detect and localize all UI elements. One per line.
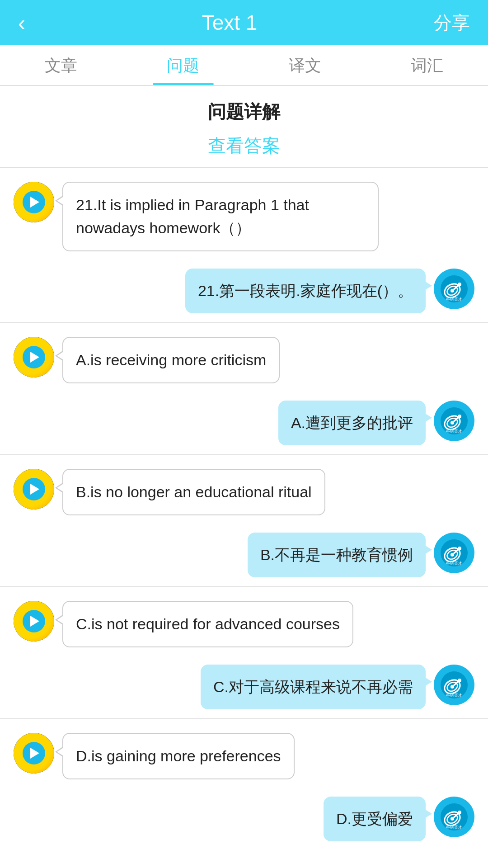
chat-section-bot: A.is receiving more criticism: [0, 323, 488, 396]
user-avatar: 答研英才: [434, 401, 474, 441]
header: ‹ Text 1 分享: [0, 0, 488, 45]
chat-pair-q21: 21.It is implied in Paragraph 1 that now…: [0, 168, 488, 318]
tab-cihui[interactable]: 词汇: [366, 55, 488, 85]
bot-avatar: [14, 601, 54, 642]
svg-text:答研英才: 答研英才: [446, 297, 462, 302]
back-button[interactable]: ‹: [18, 10, 25, 35]
user-bubble: B.不再是一种教育惯例: [248, 533, 426, 577]
svg-point-33: [458, 811, 461, 814]
svg-point-12: [458, 415, 461, 418]
chat-section-user: 答研英才 B.不再是一种教育惯例: [0, 528, 488, 582]
tab-wenti[interactable]: 问题: [122, 55, 244, 85]
bot-avatar: [14, 469, 54, 509]
user-message-row: 答研英才 A.遭到更多的批评: [14, 401, 474, 445]
user-message-row: 答研英才 C.对于高级课程来说不再必需: [14, 665, 474, 709]
user-message-row: 答研英才 21.第一段表明.家庭作现在(）。: [14, 269, 474, 313]
share-button[interactable]: 分享: [434, 10, 470, 35]
chat-section-user: 答研英才 A.遭到更多的批评: [0, 396, 488, 450]
user-bubble: 21.第一段表明.家庭作现在(）。: [185, 269, 426, 313]
user-avatar: 答研英才: [434, 533, 474, 573]
chat-section-bot: D.is gaining more preferences: [0, 719, 488, 792]
chat-pair-optB: B.is no longer an educational ritual 答研英…: [0, 455, 488, 582]
user-bubble: D.更受偏爱: [324, 797, 426, 841]
chat-pair-optD: D.is gaining more preferences 答研英才 D.更受偏…: [0, 719, 488, 846]
bot-avatar: [14, 733, 54, 774]
user-bubble: A.遭到更多的批评: [278, 401, 426, 445]
user-avatar: 答研英才: [434, 665, 474, 705]
bot-avatar: [14, 337, 54, 377]
chat-section-bot: 21.It is implied in Paragraph 1 that now…: [0, 168, 488, 264]
user-avatar: 答研英才: [434, 797, 474, 837]
page-title: Text 1: [202, 10, 258, 35]
bot-message-row: C.is not required for advanced courses: [14, 601, 474, 647]
section-title: 问题详解: [0, 86, 488, 129]
svg-text:答研英才: 答研英才: [446, 693, 462, 698]
bot-message-row: D.is gaining more preferences: [14, 733, 474, 779]
bot-message-row: 21.It is implied in Paragraph 1 that now…: [14, 182, 474, 251]
chat-section-user: 答研英才 C.对于高级课程来说不再必需: [0, 660, 488, 714]
view-answer-button[interactable]: 查看答案: [0, 129, 488, 167]
tab-bar: 文章 问题 译文 词汇: [0, 45, 488, 86]
user-message-row: 答研英才 D.更受偏爱: [14, 797, 474, 841]
tab-yiwen[interactable]: 译文: [244, 55, 366, 85]
chat-section-user: 答研英才 21.第一段表明.家庭作现在(）。: [0, 264, 488, 318]
tab-wenzhang[interactable]: 文章: [0, 55, 122, 85]
bot-avatar: [14, 182, 54, 222]
user-avatar: 答研英才: [434, 269, 474, 309]
chat-section-user: 答研英才 D.更受偏爱: [0, 792, 488, 846]
bot-bubble: A.is receiving more criticism: [62, 337, 280, 383]
bot-bubble: 21.It is implied in Paragraph 1 that now…: [62, 182, 379, 251]
svg-point-19: [458, 547, 461, 550]
bot-bubble: B.is no longer an educational ritual: [62, 469, 325, 515]
user-message-row: 答研英才 B.不再是一种教育惯例: [14, 533, 474, 577]
chat-container: 21.It is implied in Paragraph 1 that now…: [0, 168, 488, 846]
svg-point-26: [458, 679, 461, 682]
svg-point-5: [458, 283, 461, 286]
svg-text:答研英才: 答研英才: [446, 429, 462, 434]
chat-section-bot: B.is no longer an educational ritual: [0, 455, 488, 528]
bot-message-row: A.is receiving more criticism: [14, 337, 474, 383]
svg-text:答研英才: 答研英才: [446, 825, 462, 830]
bot-bubble: C.is not required for advanced courses: [62, 601, 353, 647]
bot-message-row: B.is no longer an educational ritual: [14, 469, 474, 515]
chat-pair-optA: A.is receiving more criticism 答研英才 A.遭到更…: [0, 323, 488, 450]
user-bubble: C.对于高级课程来说不再必需: [201, 665, 426, 709]
svg-text:答研英才: 答研英才: [446, 561, 462, 566]
bot-bubble: D.is gaining more preferences: [62, 733, 295, 779]
chat-pair-optC: C.is not required for advanced courses 答…: [0, 587, 488, 714]
chat-section-bot: C.is not required for advanced courses: [0, 587, 488, 660]
